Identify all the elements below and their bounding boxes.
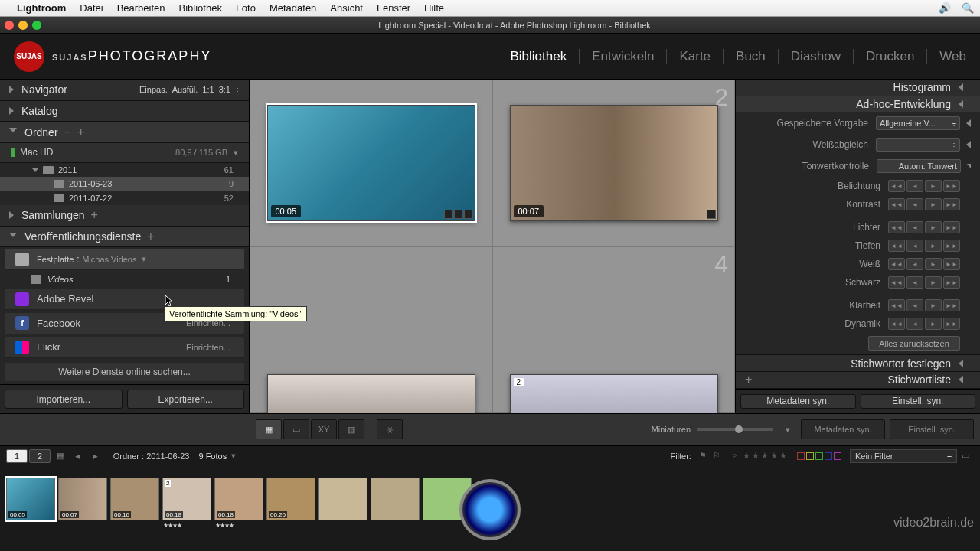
module-diashow[interactable]: Diashow bbox=[779, 49, 854, 64]
grid-cell-4[interactable]: 4 2 bbox=[492, 246, 735, 413]
navigator-zoom-options[interactable]: Einpas.Ausfül.1:13:1÷ bbox=[135, 85, 240, 94]
disclosure-triangle-left-icon[interactable] bbox=[959, 100, 963, 108]
reset-all-button[interactable]: Alles zurücksetzen bbox=[868, 336, 960, 351]
menu-hilfe[interactable]: Hilfe bbox=[424, 2, 444, 14]
back-button[interactable]: ◄ bbox=[74, 452, 82, 461]
compare-view-button[interactable]: XY bbox=[311, 419, 337, 439]
disclosure-triangle-down-icon[interactable] bbox=[9, 128, 17, 136]
filmstrip-thumbnail[interactable]: 00:18 2 ★★★★ bbox=[162, 478, 211, 520]
filter-preset-select[interactable]: Kein Filter÷ bbox=[850, 449, 957, 463]
ordner-panel-header[interactable]: Ordner − + bbox=[0, 122, 249, 143]
module-drucken[interactable]: Drucken bbox=[854, 49, 927, 64]
disclosure-triangle-icon[interactable] bbox=[9, 86, 14, 93]
color-label-yellow[interactable] bbox=[806, 452, 814, 460]
rating-filter[interactable]: ≥ ★★★★★ bbox=[733, 451, 789, 461]
grid-icon[interactable]: ▦ bbox=[57, 451, 64, 461]
adhoc-panel-header[interactable]: Ad-hoc-Entwicklung bbox=[736, 96, 980, 113]
spray-can-button[interactable]: ⚹ bbox=[377, 419, 403, 439]
sync-metadata-button-toolbar[interactable]: Metadaten syn. bbox=[801, 419, 885, 439]
add-folder-button[interactable]: + bbox=[77, 126, 84, 139]
slider-steppers[interactable]: ◄◄◄►►► bbox=[888, 221, 960, 233]
survey-view-button[interactable]: ▥ bbox=[338, 419, 364, 439]
volume-icon[interactable]: 🔊 bbox=[939, 2, 951, 14]
menu-bibliothek[interactable]: Bibliothek bbox=[179, 2, 222, 14]
video-thumbnail[interactable]: 00:05 bbox=[267, 105, 475, 221]
grid-cell-3[interactable] bbox=[250, 246, 492, 413]
remove-folder-button[interactable]: − bbox=[64, 126, 71, 139]
loupe-view-button[interactable]: ▭ bbox=[283, 419, 309, 439]
filmstrip-thumbnail[interactable]: 00:18 ★★★★ bbox=[214, 478, 263, 520]
slider-steppers[interactable]: ◄◄◄►►► bbox=[888, 198, 960, 210]
slider-steppers[interactable]: ◄◄◄►►► bbox=[888, 180, 960, 192]
disclosure-triangle-down-icon[interactable] bbox=[32, 168, 38, 172]
sync-settings-button-toolbar[interactable]: Einstell. syn. bbox=[890, 419, 974, 439]
slider-steppers[interactable]: ◄◄◄►►► bbox=[888, 276, 960, 289]
sync-settings-button[interactable]: Einstell. syn. bbox=[861, 394, 976, 409]
minimize-window-button[interactable] bbox=[18, 21, 28, 30]
add-keyword-button[interactable]: + bbox=[745, 373, 752, 386]
grid-view-button[interactable]: ▦ bbox=[256, 419, 282, 439]
disclosure-triangle-icon[interactable] bbox=[9, 211, 14, 219]
flag-reject-icon[interactable]: ⚐ bbox=[713, 451, 724, 461]
find-more-services-button[interactable]: Weitere Dienste online suchen... bbox=[5, 363, 244, 381]
filmstrip-thumbnail[interactable]: 00:16 bbox=[110, 478, 159, 520]
filmstrip-thumbnail[interactable]: 00:20 bbox=[266, 478, 315, 520]
video-thumbnail[interactable] bbox=[267, 374, 475, 413]
import-button[interactable]: Importieren... bbox=[5, 390, 122, 409]
toolbar-menu-button[interactable]: ▾ bbox=[786, 425, 790, 435]
slider-steppers[interactable]: ◄◄◄►►► bbox=[888, 240, 960, 252]
sammlungen-panel-header[interactable]: Sammlungen + bbox=[0, 205, 249, 227]
histogram-panel-header[interactable]: Histogramm bbox=[736, 80, 980, 96]
publish-service-flickr[interactable]: Flickr Einrichten... bbox=[5, 337, 244, 359]
filmstrip-thumbnail[interactable]: 00:05 bbox=[6, 478, 55, 520]
menu-app[interactable]: Lightroom bbox=[17, 2, 66, 14]
filmstrip-thumbnail[interactable] bbox=[371, 478, 420, 520]
publish-collection-videos[interactable]: Videos 1 bbox=[0, 272, 249, 287]
publish-setup-link[interactable]: Einrichten... bbox=[186, 343, 230, 352]
secondary-window-button[interactable]: 2 bbox=[29, 449, 51, 463]
wb-select[interactable]: ÷ bbox=[876, 138, 960, 152]
grid-cell-1[interactable]: 00:05 bbox=[250, 80, 492, 246]
preset-select[interactable]: Allgemeine V...÷ bbox=[876, 116, 960, 130]
source-path[interactable]: Ordner : 2011-06-23 bbox=[113, 452, 190, 461]
color-label-red[interactable] bbox=[797, 452, 805, 460]
menu-fenster[interactable]: Fenster bbox=[377, 2, 410, 14]
color-label-blue[interactable] bbox=[825, 452, 832, 460]
sync-metadata-button[interactable]: Metadaten syn. bbox=[740, 394, 856, 409]
module-entwickeln[interactable]: Entwickeln bbox=[580, 49, 667, 64]
spotlight-icon[interactable]: 🔍 bbox=[962, 2, 974, 14]
chevron-down-icon[interactable]: ▾ bbox=[234, 148, 238, 158]
publish-service-festplatte[interactable]: Festplatte : Michas Videos ▾ bbox=[5, 249, 244, 270]
main-window-button[interactable]: 1 bbox=[6, 449, 28, 463]
video-thumbnail[interactable]: 2 bbox=[510, 374, 718, 413]
filter-lock-icon[interactable]: ▭ bbox=[962, 451, 969, 461]
add-publish-service-button[interactable]: + bbox=[147, 230, 154, 243]
folder-row-2011-06-23[interactable]: 2011-06-23 9 bbox=[0, 177, 249, 191]
chevron-left-icon[interactable] bbox=[966, 141, 971, 148]
slider-steppers[interactable]: ◄◄◄►►► bbox=[888, 299, 960, 311]
flag-pick-icon[interactable]: ⚑ bbox=[699, 451, 710, 461]
disclosure-triangle-icon[interactable] bbox=[9, 107, 14, 115]
filmstrip-thumbnail[interactable] bbox=[318, 478, 368, 520]
chevron-down-icon[interactable] bbox=[967, 164, 971, 168]
folder-row-2011-07-22[interactable]: 2011-07-22 52 bbox=[0, 191, 249, 205]
color-label-purple[interactable] bbox=[834, 452, 841, 460]
module-karte[interactable]: Karte bbox=[667, 49, 724, 64]
grid-cell-2[interactable]: 2 00:07 bbox=[492, 80, 735, 246]
navigator-panel-header[interactable]: Navigator Einpas.Ausfül.1:13:1÷ bbox=[0, 80, 249, 101]
color-label-green[interactable] bbox=[815, 452, 823, 460]
forward-button[interactable]: ► bbox=[91, 452, 100, 461]
disclosure-triangle-left-icon[interactable] bbox=[959, 376, 963, 383]
module-web[interactable]: Web bbox=[927, 49, 966, 64]
slider-steppers[interactable]: ◄◄◄►►► bbox=[888, 258, 960, 270]
folder-row-2011[interactable]: 2011 61 bbox=[0, 163, 249, 177]
tone-autobutton[interactable]: Autom. Tonwert bbox=[877, 159, 961, 173]
keywordlist-panel-header[interactable]: + Stichwortliste bbox=[736, 372, 980, 389]
chevron-left-icon[interactable] bbox=[966, 119, 971, 127]
video-thumbnail[interactable]: 00:07 bbox=[510, 105, 718, 221]
disclosure-triangle-down-icon[interactable] bbox=[9, 233, 17, 241]
keywords-panel-header[interactable]: Stichwörter festlegen bbox=[736, 355, 980, 372]
add-collection-button[interactable]: + bbox=[91, 208, 98, 222]
zoom-window-button[interactable] bbox=[32, 21, 41, 30]
menu-foto[interactable]: Foto bbox=[236, 2, 256, 14]
